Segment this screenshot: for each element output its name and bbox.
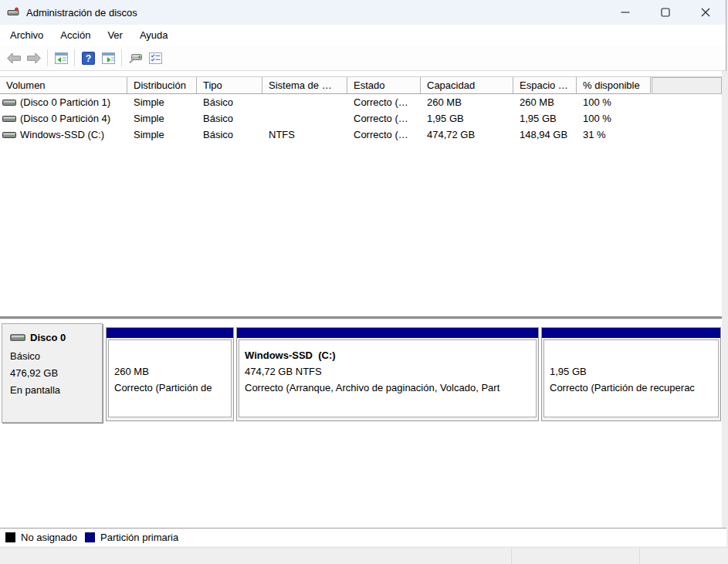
minimize-icon	[621, 8, 630, 17]
unallocated-swatch-icon	[5, 532, 15, 542]
partition-name: Windows-SSD (C:)	[245, 347, 536, 363]
column-header-volumen[interactable]: Volumen	[0, 77, 127, 94]
back-icon	[6, 52, 22, 64]
volume-status: Correcto (…	[347, 110, 421, 127]
help-button[interactable]: ?	[78, 48, 98, 68]
column-header-tipo[interactable]: Tipo	[197, 77, 262, 94]
disk-status: En pantalla	[10, 382, 102, 399]
volume-free: 148,94 GB	[513, 127, 577, 143]
volume-disk-icon	[2, 130, 16, 140]
partition-size: 474,72 GB NTFS	[245, 363, 536, 380]
disk-size: 476,92 GB	[10, 365, 102, 382]
rescan-disks-button[interactable]	[125, 48, 145, 68]
titlebar: Administración de discos	[0, 0, 726, 25]
volume-capacity: 1,95 GB	[421, 110, 513, 127]
column-header-sistema[interactable]: Sistema de …	[262, 77, 347, 94]
partition-primary-bar	[542, 328, 720, 338]
volume-layout: Simple	[127, 127, 197, 143]
minimize-button[interactable]	[605, 0, 645, 25]
volume-layout: Simple	[127, 94, 197, 110]
volume-table-header: Volumen Distribución Tipo Sistema de … E…	[0, 76, 722, 94]
maximize-icon	[661, 8, 670, 17]
properties-checklist-button[interactable]	[145, 48, 165, 68]
help-icon: ?	[82, 52, 95, 65]
volume-free: 1,95 GB	[513, 110, 577, 127]
rescan-disks-icon	[128, 52, 143, 64]
svg-text:?: ?	[85, 52, 90, 63]
volume-type: Básico	[197, 110, 262, 127]
partition-block-recovery[interactable]: 1,95 GB Correcto (Partición de recuperac	[541, 327, 721, 421]
menubar: Archivo Acción Ver Ayuda	[0, 25, 726, 46]
disk-type: Básico	[10, 348, 102, 365]
toolbar: ?	[0, 46, 726, 71]
volume-pct-free: 100 %	[577, 110, 651, 127]
menu-ayuda[interactable]: Ayuda	[131, 26, 177, 44]
volume-status: Correcto (…	[347, 94, 421, 110]
table-row[interactable]: (Disco 0 Partición 1) Simple Básico Corr…	[0, 94, 722, 110]
disk-icon	[10, 333, 25, 343]
volume-capacity: 260 MB	[421, 94, 513, 110]
volume-name: (Disco 0 Partición 4)	[20, 110, 110, 127]
volume-fs	[262, 110, 347, 127]
table-row[interactable]: Windows-SSD (C:) Simple Básico NTFS Corr…	[0, 127, 722, 143]
taskbar-divider	[511, 549, 512, 564]
volume-type: Básico	[197, 94, 262, 110]
toolbar-separator	[121, 49, 122, 66]
volume-status: Correcto (…	[347, 127, 421, 143]
disk-name: Disco 0	[30, 332, 66, 343]
partition-size: 260 MB	[114, 363, 231, 380]
volume-disk-icon	[2, 114, 16, 123]
volume-pct-free: 100 %	[577, 94, 651, 110]
menu-archivo[interactable]: Archivo	[2, 26, 52, 44]
partition-name	[114, 347, 231, 363]
column-header-filler	[652, 77, 722, 94]
volume-layout: Simple	[127, 110, 197, 127]
taskbar-strip	[0, 548, 728, 564]
maximize-button[interactable]	[645, 0, 686, 25]
partition-status: Correcto (Partición de	[114, 380, 231, 396]
volume-disk-icon	[2, 98, 16, 107]
column-header-distribucion[interactable]: Distribución	[127, 77, 197, 94]
column-header-capacidad[interactable]: Capacidad	[421, 77, 513, 94]
partition-status: Correcto (Arranque, Archivo de paginació…	[245, 380, 536, 396]
back-button[interactable]	[4, 48, 24, 68]
taskbar-divider	[639, 549, 640, 564]
partition-primary-bar	[237, 328, 538, 338]
column-header-estado[interactable]: Estado	[347, 77, 421, 94]
window-right-gutter	[722, 71, 726, 528]
volume-name: Windows-SSD (C:)	[20, 127, 104, 143]
column-header-espacio[interactable]: Espacio …	[513, 77, 577, 94]
volume-capacity: 474,72 GB	[421, 127, 513, 143]
volume-list-pane: Volumen Distribución Tipo Sistema de … E…	[0, 71, 722, 315]
window-title: Administración de discos	[26, 7, 137, 19]
close-button[interactable]	[686, 0, 726, 25]
legend-bar: No asignado Partición primaria	[0, 528, 726, 546]
volume-type: Básico	[197, 127, 262, 143]
show-console-tree-button[interactable]	[51, 48, 71, 68]
show-console-tree-icon	[55, 52, 68, 64]
partition-blocks: 260 MB Correcto (Partición de Windows-SS…	[106, 327, 723, 423]
partition-size: 1,95 GB	[550, 363, 718, 380]
disk-management-app-icon	[7, 6, 19, 19]
column-header-disponible[interactable]: % disponible	[577, 77, 651, 94]
partition-name	[550, 347, 718, 363]
partition-block-c[interactable]: Windows-SSD (C:) 474,72 GB NTFS Correcto…	[236, 327, 539, 421]
partition-primary-bar	[107, 328, 233, 338]
table-row[interactable]: (Disco 0 Partición 4) Simple Básico Corr…	[0, 110, 722, 127]
show-action-pane-icon	[102, 52, 115, 64]
forward-button[interactable]	[24, 48, 44, 68]
menu-ver[interactable]: Ver	[99, 26, 131, 44]
legend-label: Partición primaria	[100, 532, 178, 543]
partition-status: Correcto (Partición de recuperac	[550, 380, 718, 396]
disk0-info-panel[interactable]: Disco 0 Básico 476,92 GB En pantalla	[2, 323, 103, 423]
volume-fs	[262, 94, 347, 110]
partition-block-1[interactable]: 260 MB Correcto (Partición de	[106, 327, 234, 421]
window-controls	[605, 0, 726, 25]
volume-fs: NTFS	[262, 127, 347, 143]
disk-management-window: Administración de discos Archivo Acción …	[0, 0, 726, 546]
legend-label: No asignado	[21, 532, 77, 543]
legend-item-unallocated: No asignado	[5, 532, 77, 543]
menu-accion[interactable]: Acción	[52, 26, 99, 44]
primary-partition-swatch-icon	[85, 532, 95, 542]
show-action-pane-button[interactable]	[98, 48, 118, 68]
